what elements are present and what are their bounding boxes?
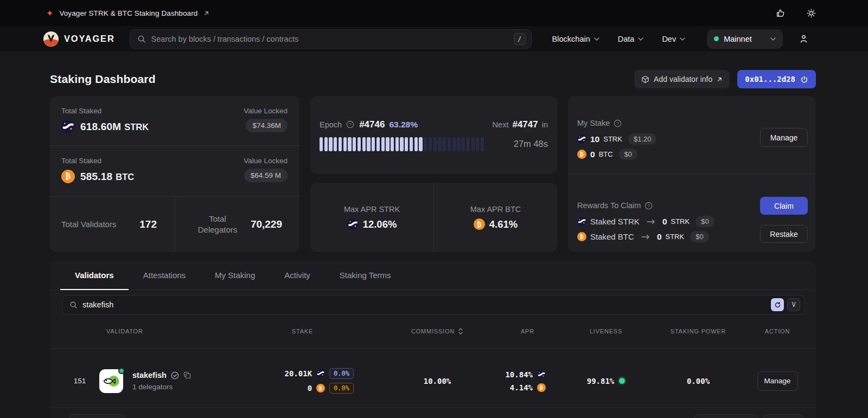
max-apr-card: Max APR STRK 12.06% Max APR BTC ₿ 4.61% <box>310 183 557 252</box>
help-icon[interactable]: ? <box>346 120 354 128</box>
row-manage-button[interactable]: Manage <box>757 371 798 391</box>
announcement-bar: ✦ Voyager STRK & BTC Staking Dashboard <box>0 0 868 26</box>
network-status-dot <box>714 36 719 41</box>
user-icon[interactable] <box>799 34 808 43</box>
refresh-button[interactable] <box>771 298 784 311</box>
next-epoch-number: #4747 <box>512 119 538 130</box>
epoch-progress <box>320 137 484 151</box>
page-title: Staking Dashboard <box>50 73 156 86</box>
btc-icon: ₿ <box>61 170 75 183</box>
total-staked-card: Total Staked 618.60M STRK Value Locked $… <box>50 96 299 252</box>
validator-search-value: stakefish <box>82 300 771 309</box>
announcement-title[interactable]: Voyager STRK & BTC Staking Dashboard <box>59 9 197 17</box>
nav-data[interactable]: Data <box>618 35 644 43</box>
chevron-down-icon <box>770 37 776 41</box>
wallet-button[interactable]: 0x01...2d28 <box>737 70 816 88</box>
epoch-progress-pct: 63.28% <box>389 120 418 130</box>
page-nav[interactable] <box>693 414 758 418</box>
epoch-card: Epoch ? #4746 63.28% Next #4747 in 27m <box>310 96 557 174</box>
sort-icon <box>458 327 463 335</box>
btc-staked-label: Total Staked <box>61 157 134 165</box>
copy-icon[interactable] <box>183 371 191 379</box>
staking-power-value: 0.00% <box>687 377 710 385</box>
commission-value: 10.00% <box>424 377 451 385</box>
help-icon[interactable]: ? <box>644 202 653 210</box>
rewards-strk-row: Staked STRK 0 STRK $0 <box>577 216 714 227</box>
strk-unit: STRK <box>124 122 149 132</box>
my-stake-strk-usd: $1.20 <box>628 133 657 145</box>
page-size-select[interactable] <box>68 414 126 418</box>
tab-staking-terms[interactable]: Staking Terms <box>325 261 406 290</box>
voyager-logo[interactable]: VOYAGER <box>43 31 115 47</box>
page-nav-arrows[interactable] <box>762 414 804 418</box>
stake-strk-pct: 0.0% <box>329 368 354 379</box>
liveness-cell: 99.81% <box>554 377 658 385</box>
strk-locked-value: $74.36M <box>246 119 288 132</box>
svg-text:₿: ₿ <box>580 151 584 157</box>
epoch-number: #4746 <box>359 119 385 130</box>
svg-text:?: ? <box>648 203 650 208</box>
arrow-up-right-icon <box>717 76 723 82</box>
col-stake: STAKE <box>250 328 355 335</box>
claim-button[interactable]: Claim <box>760 197 808 215</box>
max-apr-strk-value: 12.06% <box>363 218 397 230</box>
header-nav: Blockchain Data Dev <box>552 35 686 43</box>
btc-icon: ₿ <box>577 232 586 241</box>
rewards-btc-usd: $0 <box>690 231 709 242</box>
strk-icon <box>577 134 586 144</box>
header: VOYAGER Search by blocks / transactions … <box>0 26 868 52</box>
max-apr-btc-value: 4.61% <box>489 218 518 230</box>
validator-search-input[interactable]: stakefish V <box>62 295 805 314</box>
main-content: Staking Dashboard Add validator info 0x0… <box>0 70 868 418</box>
network-selector[interactable]: Mainnet <box>707 29 783 49</box>
chevron-down-icon <box>594 37 599 41</box>
strk-icon <box>537 370 546 379</box>
tab-validators[interactable]: Validators <box>60 261 129 290</box>
my-stake-section: My Stake ? 10 STRK $1.20 ₿ <box>568 96 815 174</box>
cube-icon <box>641 75 649 83</box>
manage-stake-button[interactable]: Manage <box>760 128 808 147</box>
btc-staked-amount: 585.18 <box>80 171 112 182</box>
rewards-strk-usd: $0 <box>695 216 714 227</box>
search-icon <box>69 301 78 309</box>
col-commission[interactable]: COMMISSION <box>355 327 478 335</box>
total-validators-value: 172 <box>139 218 157 230</box>
btc-icon: ₿ <box>474 218 485 230</box>
strk-staked-amount: 618.60M <box>80 121 121 132</box>
max-apr-btc: Max APR BTC ₿ 4.61% <box>433 183 557 252</box>
validator-name[interactable]: stakefish <box>132 371 167 380</box>
thumbs-up-icon[interactable] <box>776 9 785 18</box>
rewards-label: Rewards To Claim <box>577 201 641 210</box>
nav-blockchain[interactable]: Blockchain <box>552 35 599 43</box>
brand-name: VOYAGER <box>64 34 115 44</box>
tab-activity[interactable]: Activity <box>270 261 325 290</box>
external-link-icon[interactable] <box>203 10 209 16</box>
sparkle-icon: ✦ <box>46 8 53 18</box>
epoch-label: Epoch <box>320 120 342 129</box>
help-icon[interactable]: ? <box>614 119 622 127</box>
strk-icon <box>577 217 586 226</box>
nav-dev[interactable]: Dev <box>662 35 685 43</box>
liveness-dot <box>619 378 625 384</box>
add-validator-button[interactable]: Add validator info <box>634 70 730 88</box>
total-delegators-value: 70,229 <box>251 218 282 230</box>
tab-attestations[interactable]: Attestations <box>129 261 200 290</box>
table-header: VALIDATOR STAKE COMMISSION APR LIVENESS … <box>50 314 816 349</box>
theme-toggle-icon[interactable] <box>807 9 816 18</box>
epoch-remaining: 27m 48s <box>484 139 548 149</box>
restake-button[interactable]: Restake <box>760 225 808 243</box>
svg-text:₿: ₿ <box>477 221 481 228</box>
btc-staked-section: Total Staked ₿ 585.18 BTC Value Locked $… <box>50 146 299 197</box>
my-stake-strk-row: 10 STRK $1.20 <box>577 133 656 145</box>
col-apr: APR <box>478 328 554 335</box>
my-stake-btc-row: ₿ 0 BTC $0 <box>577 149 656 160</box>
tab-my-staking[interactable]: My Staking <box>200 261 270 290</box>
btc-unit: BTC <box>116 172 134 182</box>
chevron-down-icon <box>638 37 643 41</box>
strk-staked-section: Total Staked 618.60M STRK Value Locked $… <box>50 96 299 146</box>
global-search[interactable]: Search by blocks / transactions / contra… <box>130 29 532 49</box>
power-icon <box>800 75 808 83</box>
col-liveness: LIVENESS <box>554 328 658 335</box>
strk-locked-label: Value Locked <box>244 107 288 115</box>
verified-icon <box>171 371 179 380</box>
